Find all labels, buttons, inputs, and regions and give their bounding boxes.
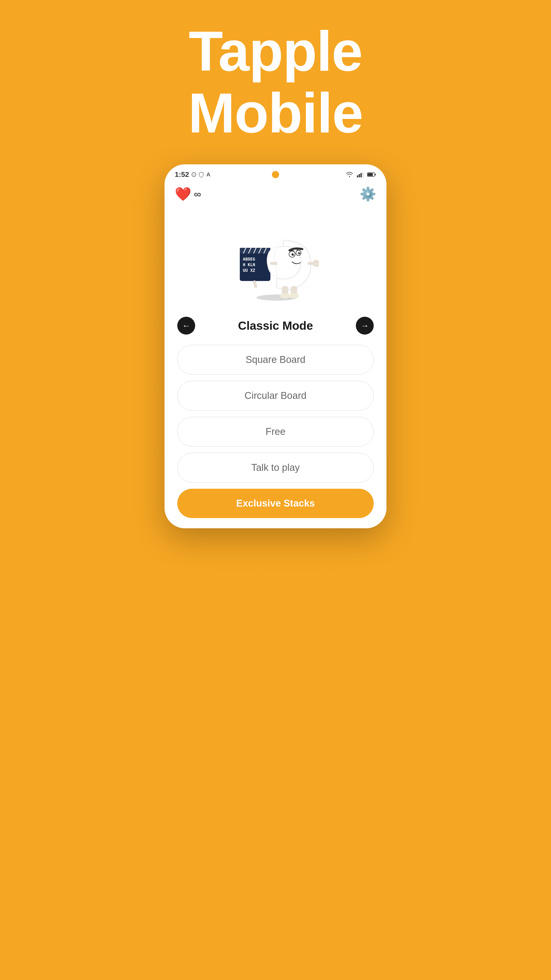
shield-icon bbox=[199, 172, 204, 177]
heart-container: ❤️ ∞ bbox=[175, 186, 201, 202]
svg-point-23 bbox=[293, 253, 294, 255]
battery-icon bbox=[367, 172, 376, 177]
svg-point-31 bbox=[289, 293, 299, 298]
svg-text:UU XZ: UU XZ bbox=[243, 268, 256, 273]
free-button[interactable]: Free bbox=[177, 417, 374, 447]
mascot-area: ABOEG H KLN UU XZ bbox=[165, 207, 386, 312]
talk-to-play-button[interactable]: Talk to play bbox=[177, 453, 374, 483]
circular-board-button[interactable]: Circular Board bbox=[177, 381, 374, 410]
svg-rect-25 bbox=[270, 262, 278, 265]
square-board-button[interactable]: Square Board bbox=[177, 345, 374, 375]
infinity-icon: ∞ bbox=[194, 188, 201, 200]
alpha-icon: A bbox=[206, 171, 210, 178]
heart-icon: ❤️ bbox=[175, 186, 191, 202]
svg-point-30 bbox=[280, 293, 290, 298]
time-display: 1:52 bbox=[175, 170, 189, 179]
mode-selector: ← Classic Mode → bbox=[165, 312, 386, 340]
app-title: Tapple Mobile bbox=[188, 21, 363, 144]
info-icon: i bbox=[192, 172, 196, 177]
wifi-icon bbox=[345, 172, 354, 178]
mascot-image: ABOEG H KLN UU XZ bbox=[230, 222, 321, 304]
svg-point-24 bbox=[300, 252, 300, 253]
settings-button[interactable]: ⚙️ bbox=[360, 186, 376, 202]
mode-title: Classic Mode bbox=[238, 319, 313, 332]
top-bar: ❤️ ∞ ⚙️ bbox=[165, 181, 386, 207]
svg-point-21 bbox=[292, 253, 294, 256]
svg-rect-3 bbox=[362, 172, 364, 177]
exclusive-stacks-button[interactable]: Exclusive Stacks bbox=[177, 489, 374, 518]
svg-rect-5 bbox=[375, 174, 376, 175]
svg-rect-6 bbox=[368, 173, 373, 176]
svg-text:ABOEG: ABOEG bbox=[243, 257, 255, 262]
svg-text:H KLN: H KLN bbox=[243, 262, 255, 267]
buttons-container: Square Board Circular Board Free Talk to… bbox=[165, 340, 386, 528]
svg-rect-2 bbox=[360, 173, 362, 177]
status-bar: 1:52 i A bbox=[165, 164, 386, 181]
phone-frame: 1:52 i A bbox=[165, 164, 386, 528]
svg-rect-1 bbox=[359, 174, 360, 177]
prev-mode-button[interactable]: ← bbox=[177, 317, 195, 334]
svg-rect-18 bbox=[252, 280, 257, 288]
camera-dot bbox=[272, 171, 279, 178]
svg-point-27 bbox=[313, 260, 319, 267]
signal-icon bbox=[357, 172, 364, 177]
svg-rect-0 bbox=[357, 175, 358, 177]
next-mode-button[interactable]: → bbox=[356, 317, 374, 334]
